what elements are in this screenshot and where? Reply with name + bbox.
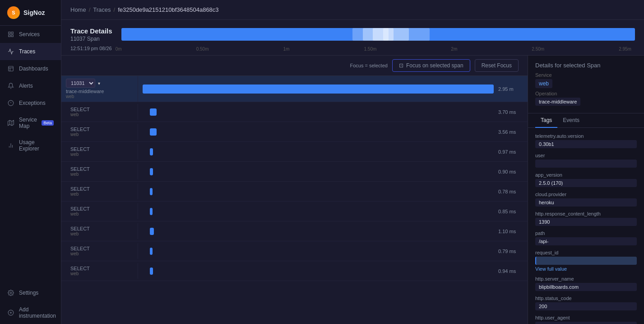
span-0-bar bbox=[150, 108, 157, 116]
span-row-4[interactable]: SELECT web 0.78 ms bbox=[61, 182, 528, 202]
span-row-8[interactable]: SELECT web 0.94 ms bbox=[61, 261, 528, 281]
span-5-service: web bbox=[70, 211, 133, 216]
span-7-bar-container bbox=[143, 247, 494, 256]
span-row-6[interactable]: SELECT web 1.10 ms bbox=[61, 221, 528, 241]
span-6-bar bbox=[150, 228, 154, 235]
focus-on-selected-button[interactable]: ⊡ Focus on selected span bbox=[392, 59, 470, 72]
sidebar-item-services[interactable]: Services bbox=[0, 26, 61, 43]
ruler-marker-2: 1m bbox=[283, 47, 290, 52]
span-1-duration: 3.56 ms bbox=[498, 129, 523, 135]
span-5-bar-container bbox=[143, 207, 494, 216]
reset-focus-label: Reset Focus bbox=[482, 62, 512, 69]
logo-text: SigNoz bbox=[23, 9, 45, 16]
span-row-7[interactable]: SELECT web 0.79 ms bbox=[61, 241, 528, 261]
span-7-operation: SELECT bbox=[70, 246, 133, 251]
details-tabs: Tags Events bbox=[528, 113, 644, 128]
breadcrumb-home[interactable]: Home bbox=[70, 6, 86, 13]
span-1-bar bbox=[150, 128, 157, 136]
span-6-operation: SELECT bbox=[70, 226, 133, 231]
sidebar-item-add-instrumentation[interactable]: Add instrumentation bbox=[0, 301, 61, 324]
sidebar-item-settings[interactable]: Settings bbox=[0, 284, 61, 301]
svg-rect-1 bbox=[11, 32, 13, 34]
span-8-bar-container bbox=[143, 267, 494, 276]
root-span-duration: 2.95 m bbox=[498, 86, 523, 92]
span-selector-dropdown[interactable]: 11031 bbox=[66, 79, 95, 88]
trace-header: Trace Details 11037 Span 12:51:19 pm 08/… bbox=[61, 20, 644, 56]
tag-http-status-code: http.status_code 200 bbox=[535, 296, 637, 310]
logo-icon: S bbox=[7, 6, 20, 19]
sidebar-item-dashboards[interactable]: Dashboards bbox=[0, 60, 61, 77]
sidebar-item-service-map[interactable]: Service Map Beta bbox=[0, 112, 61, 134]
details-panel: Details for selected Span Service web Op… bbox=[528, 56, 644, 324]
span-8-service: web bbox=[70, 271, 133, 276]
settings-icon bbox=[7, 289, 14, 296]
breadcrumb-sep-2: / bbox=[114, 6, 116, 13]
breadcrumb-sep-1: / bbox=[89, 6, 91, 13]
detail-operation-section: Operation trace-middleware bbox=[535, 91, 637, 106]
span-5-duration: 0.85 ms bbox=[498, 209, 523, 214]
span-3-bar-container bbox=[143, 167, 494, 176]
breadcrumb-trace-id: fe3250de9a2151210bf3648504a868c3 bbox=[118, 6, 218, 13]
reset-focus-button[interactable]: Reset Focus bbox=[475, 59, 519, 72]
root-span-operation: trace-middleware bbox=[66, 89, 133, 94]
span-row-0[interactable]: SELECT web 3.70 ms bbox=[61, 102, 528, 122]
svg-rect-3 bbox=[11, 35, 13, 37]
detail-operation-value: trace-middleware bbox=[535, 98, 580, 106]
span-row-1[interactable]: SELECT web 3.56 ms bbox=[61, 122, 528, 142]
breadcrumb-traces[interactable]: Traces bbox=[93, 6, 111, 13]
ruler-marker-0: 0m bbox=[116, 47, 122, 52]
span-5-bar bbox=[150, 208, 153, 215]
bell-icon bbox=[7, 82, 14, 89]
svg-rect-0 bbox=[9, 32, 10, 34]
span-7-duration: 0.79 ms bbox=[498, 249, 523, 254]
sidebar-item-traces[interactable]: Traces bbox=[0, 43, 61, 60]
sidebar-item-traces-label: Traces bbox=[19, 48, 35, 55]
span-2-bar-container bbox=[143, 147, 494, 156]
sidebar-item-settings-label: Settings bbox=[19, 290, 38, 296]
sidebar-item-alerts[interactable]: Alerts bbox=[0, 77, 61, 94]
sidebar: S SigNoz Services Traces Dashboards Aler… bbox=[0, 0, 61, 324]
span-row-2[interactable]: SELECT web 0.97 ms bbox=[61, 142, 528, 162]
span-8-bar bbox=[150, 268, 153, 275]
tab-events[interactable]: Events bbox=[557, 113, 585, 128]
sidebar-item-services-label: Services bbox=[19, 31, 40, 38]
sidebar-item-add-instrumentation-label: Add instrumentation bbox=[19, 306, 56, 319]
span-5-operation: SELECT bbox=[70, 206, 133, 211]
view-full-request-id-link[interactable]: View full value bbox=[535, 266, 637, 272]
sidebar-item-exceptions[interactable]: Exceptions bbox=[0, 94, 61, 112]
span-6-bar-container bbox=[143, 227, 494, 236]
trace-title: Trace Details bbox=[70, 27, 112, 35]
tag-app-version: app_version 2.5.0 (170) bbox=[535, 172, 637, 187]
sidebar-item-alerts-label: Alerts bbox=[19, 83, 33, 89]
span-3-operation: SELECT bbox=[70, 166, 133, 172]
sidebar-item-usage-explorer[interactable]: Usage Explorer bbox=[0, 134, 61, 157]
svg-rect-2 bbox=[9, 35, 10, 37]
span-4-duration: 0.78 ms bbox=[498, 189, 523, 194]
span-row-5[interactable]: SELECT web 0.85 ms bbox=[61, 202, 528, 221]
span-2-operation: SELECT bbox=[70, 146, 133, 152]
sidebar-item-exceptions-label: Exceptions bbox=[19, 100, 46, 106]
logo: S SigNoz bbox=[0, 0, 61, 26]
content-area: Focus = selected ⊡ Focus on selected spa… bbox=[61, 56, 644, 324]
span-0-service: web bbox=[70, 112, 133, 117]
ruler-marker-5: 2.50m bbox=[532, 47, 544, 52]
ruler-marker-1: 0.50m bbox=[196, 47, 209, 52]
activity-icon bbox=[7, 48, 14, 55]
sidebar-item-service-map-label: Service Map bbox=[19, 117, 37, 129]
tag-http-server-name: http.server_name blipbillboards.com bbox=[535, 276, 637, 291]
span-6-service: web bbox=[70, 231, 133, 236]
tag-http-user-agent: http.user_agent Mozilla/5.0 (Macintosh; … bbox=[535, 315, 637, 324]
svg-rect-4 bbox=[9, 66, 14, 71]
span-3-service: web bbox=[70, 172, 133, 177]
tag-path: path /api- bbox=[535, 230, 637, 245]
span-row-root[interactable]: 11031 ▾ trace-middleware web 2.95 m bbox=[61, 76, 528, 102]
span-7-bar bbox=[150, 248, 153, 255]
span-1-bar-container bbox=[143, 127, 494, 136]
ruler-marker-6: 2.95m bbox=[619, 47, 631, 52]
tab-tags[interactable]: Tags bbox=[535, 113, 557, 128]
details-header: Details for selected Span Service web Op… bbox=[528, 56, 644, 113]
span-row-3[interactable]: SELECT web 0.90 ms bbox=[61, 162, 528, 182]
span-4-bar-container bbox=[143, 187, 494, 196]
grid-icon bbox=[7, 31, 14, 38]
tags-content: telemetry.auto.version 0.30b1 user app_v… bbox=[528, 128, 644, 324]
